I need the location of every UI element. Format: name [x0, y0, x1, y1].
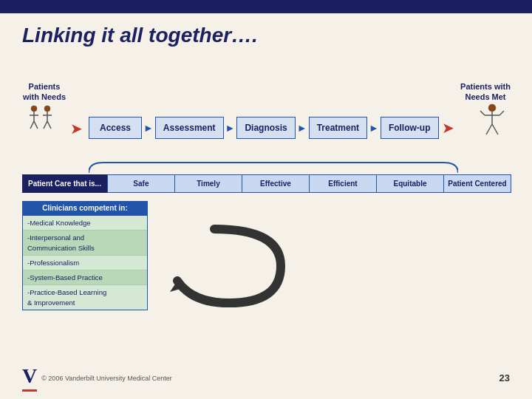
care-box-patient-centered: Patient Centered — [444, 174, 511, 193]
flow-arrow-1: ► — [142, 122, 155, 134]
clinician-item-system: -System-Based Practice — [23, 270, 147, 285]
content: Linking it all together…. Patients with … — [0, 13, 532, 68]
flow-arrow-3: ► — [296, 122, 309, 134]
arrow-to-flow: ➤ — [70, 120, 83, 137]
care-box-effective: Effective — [242, 174, 310, 193]
top-bar — [0, 0, 532, 13]
flow-box-diagnosis: Diagnosis — [236, 117, 295, 139]
clinicians-header: Clinicians competent in: — [22, 201, 148, 215]
vanderbilt-v-logo: V — [22, 364, 37, 392]
svg-line-13 — [480, 111, 485, 115]
svg-line-4 — [34, 121, 38, 129]
svg-marker-17 — [170, 281, 188, 292]
brace-svg — [89, 161, 458, 174]
flow-box-assessment: Assessment — [155, 117, 224, 139]
care-box-timely: Timely — [175, 174, 242, 193]
flow-row: Access ► Assessment ► Diagnosis ► Treatm… — [89, 117, 454, 139]
flow-arrow-4: ► — [367, 122, 381, 134]
clinician-item-interpersonal: -Interpersonal and Communication Skills — [23, 231, 147, 256]
svg-point-10 — [488, 104, 496, 112]
svg-line-8 — [44, 121, 47, 129]
clinician-item-medical: -Medical Knowledge — [23, 216, 147, 231]
footer-page-number: 23 — [499, 372, 510, 383]
care-box-equitable: Equitable — [377, 174, 444, 193]
clinician-item-professionalism: -Professionalism — [23, 256, 147, 270]
svg-line-15 — [486, 124, 492, 134]
svg-line-16 — [492, 124, 498, 134]
patient-care-section: Patient Care that is... Safe Timely Effe… — [22, 161, 511, 193]
flow-arrow-right: ➤ — [442, 119, 454, 137]
care-box-efficient: Efficient — [310, 174, 377, 193]
footer: V © 2006 Vanderbilt University Medical C… — [22, 364, 510, 392]
svg-line-9 — [47, 121, 51, 129]
svg-line-3 — [30, 121, 34, 129]
footer-logo-area: V © 2006 Vanderbilt University Medical C… — [22, 364, 172, 392]
clinicians-list: -Medical Knowledge -Interpersonal and Co… — [22, 215, 148, 310]
flow-box-followup: Follow-up — [381, 117, 439, 139]
page-title: Linking it all together…. — [22, 24, 510, 47]
svg-point-5 — [44, 106, 50, 112]
patients-needs-met-label: Patients with Needs Met — [460, 81, 511, 103]
clinician-item-practice: -Practice-Based Learning & Improvement — [23, 285, 147, 310]
patients-with-needs-label: Patients with Needs — [22, 81, 66, 103]
flow-box-treatment: Treatment — [309, 117, 367, 139]
figure-left — [28, 105, 56, 134]
footer-copyright: © 2006 Vanderbilt University Medical Cen… — [41, 375, 172, 382]
figure-right — [476, 103, 508, 143]
flow-box-access: Access — [89, 117, 142, 139]
care-boxes-row: Safe Timely Effective Efficient Equitabl… — [107, 174, 511, 193]
big-curve-arrow — [170, 222, 288, 313]
flow-arrow-2: ► — [224, 122, 237, 134]
clinicians-section: Clinicians competent in: -Medical Knowle… — [22, 201, 148, 310]
svg-point-0 — [31, 106, 37, 112]
svg-line-14 — [499, 111, 504, 115]
care-box-safe: Safe — [107, 174, 175, 193]
patient-care-label: Patient Care that is... — [22, 174, 107, 193]
